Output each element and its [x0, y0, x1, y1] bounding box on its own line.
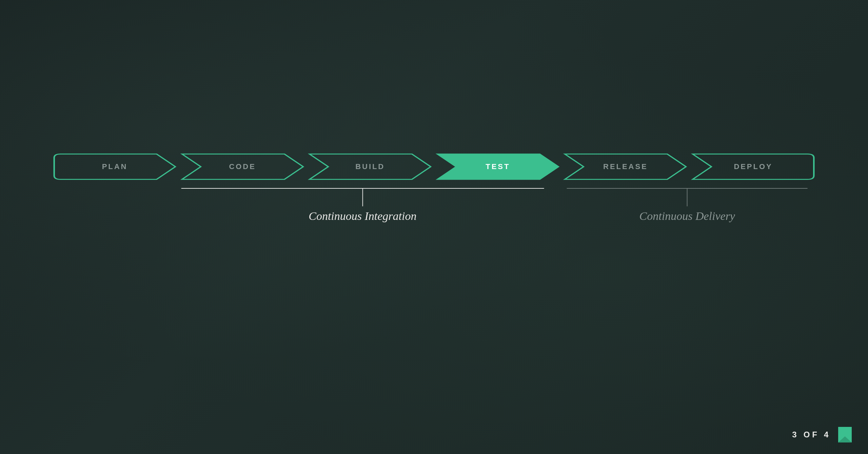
stage-label: RELEASE: [603, 162, 648, 171]
slide-pager: 3 OF 4: [792, 427, 852, 442]
group-label: Continuous Integration: [309, 210, 416, 223]
stage-label: BUILD: [355, 162, 385, 171]
pager-current: 3: [792, 430, 799, 439]
group-label: Continuous Delivery: [639, 210, 735, 223]
stage-label: TEST: [486, 162, 510, 171]
stage-build: BUILD: [308, 153, 433, 181]
bracket-stem-icon: [362, 188, 363, 206]
pipeline-diagram: PLAN CODE BUILD TEST: [52, 153, 816, 229]
pipeline-stages: PLAN CODE BUILD TEST: [52, 153, 816, 181]
pager-text: 3 OF 4: [792, 430, 831, 439]
stage-label: DEPLOY: [734, 162, 772, 171]
stage-release: RELEASE: [563, 153, 688, 181]
stage-test: TEST: [435, 153, 560, 181]
slide: PLAN CODE BUILD TEST: [0, 0, 868, 454]
bracket-stem-icon: [687, 188, 688, 206]
stage-deploy: DEPLOY: [691, 153, 816, 181]
pager-total: 4: [824, 430, 831, 439]
pipeline-groups: Continuous Integration Continuous Delive…: [52, 188, 816, 229]
stage-label: CODE: [229, 162, 256, 171]
stage-label: PLAN: [102, 162, 128, 171]
stage-code: CODE: [180, 153, 305, 181]
pager-separator: OF: [804, 430, 820, 439]
bookmark-up-icon: [838, 427, 852, 442]
stage-plan: PLAN: [52, 153, 178, 181]
